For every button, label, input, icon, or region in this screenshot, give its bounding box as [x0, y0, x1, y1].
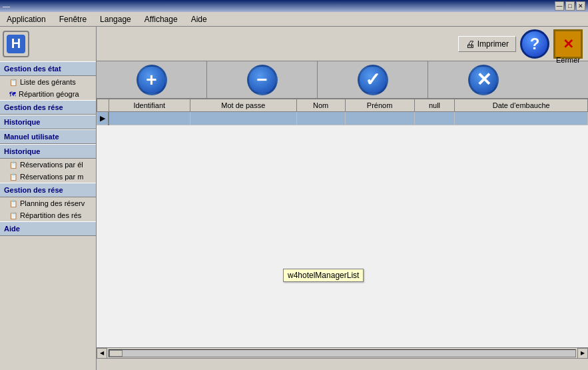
row-selector-header	[97, 99, 109, 112]
print-button[interactable]: 🖨 Imprimer	[458, 36, 516, 52]
scrollbar-track[interactable]	[109, 349, 576, 357]
content-area: 🖨 Imprimer ? ✕ Eermer +	[97, 27, 588, 370]
sidebar-section-gestion-rese2[interactable]: Gestion des rése	[0, 183, 96, 197]
close-label: Eermer	[553, 56, 583, 64]
scrollbar-thumb[interactable]	[109, 350, 123, 357]
confirm-btn-cell: ✓	[318, 61, 428, 98]
top-right-buttons: 🖨 Imprimer ? ✕	[458, 29, 583, 59]
sidebar-section-aide[interactable]: Aide	[0, 221, 96, 236]
sidebar-section-historique2[interactable]: Historique	[0, 144, 96, 159]
cell-nom	[296, 112, 345, 125]
title-text: —	[3, 2, 10, 10]
menu-application[interactable]: Application	[3, 13, 50, 25]
sidebar-item-liste-gerants[interactable]: 📋 Liste des gérants	[0, 76, 96, 88]
add-btn-cell: +	[97, 61, 207, 98]
close-icon: ✕	[563, 36, 574, 52]
cell-prenom	[345, 112, 414, 125]
svg-text:H: H	[11, 36, 21, 51]
sidebar: H Gestion des état 📋 Liste des gérants 🗺…	[0, 27, 97, 370]
menu-aide[interactable]: Aide	[187, 13, 211, 25]
remove-button[interactable]: −	[247, 65, 278, 95]
action-close-button[interactable]: ✕	[468, 65, 499, 95]
maximize-button[interactable]: □	[565, 1, 575, 11]
col-prenom: Prénom	[345, 99, 414, 112]
confirm-button[interactable]: ✓	[358, 65, 388, 95]
table-row[interactable]: ▶	[97, 112, 588, 125]
sidebar-item-repartition-geo[interactable]: 🗺 Répartition géogra	[0, 88, 96, 100]
status-bar	[97, 358, 588, 370]
title-bar: — — □ ✕	[0, 0, 588, 12]
data-table: Identifiant Mot de passe Nom Prénom null…	[97, 99, 588, 125]
scroll-right-button[interactable]: ▶	[577, 348, 588, 359]
sidebar-item-reservations-el[interactable]: 📋 Réservations par él	[0, 159, 96, 171]
bottom-scrollbar[interactable]: ◀ ▶	[97, 347, 588, 358]
col-nom: Nom	[296, 99, 345, 112]
tooltip: w4hotelManagerList	[283, 269, 364, 282]
sidebar-item-repartition-res[interactable]: 📋 Répartition des rés	[0, 209, 96, 221]
menu-langage[interactable]: Langage	[96, 13, 135, 25]
menu-affichage[interactable]: Affichage	[141, 13, 182, 25]
menu-bar: Application Fenêtre Langage Affichage Ai…	[0, 12, 588, 27]
close-action-btn-cell: ✕	[428, 61, 539, 98]
menu-fenetre[interactable]: Fenêtre	[55, 13, 91, 25]
sidebar-section-historique1[interactable]: Historique	[0, 115, 96, 129]
main-layout: H Gestion des état 📋 Liste des gérants 🗺…	[0, 27, 588, 370]
data-table-container[interactable]: Identifiant Mot de passe Nom Prénom null…	[97, 99, 588, 347]
add-button[interactable]: +	[137, 65, 167, 95]
top-toolbar: 🖨 Imprimer ? ✕	[97, 27, 588, 61]
row-arrow: ▶	[97, 112, 109, 125]
list-icon: 📋	[9, 79, 17, 86]
sidebar-item-planning[interactable]: 📋 Planning des réserv	[0, 197, 96, 209]
remove-btn-cell: −	[207, 61, 318, 98]
app-icon: H	[3, 31, 29, 57]
cell-null	[414, 112, 455, 125]
close-button[interactable]: ✕	[553, 29, 583, 59]
help-button[interactable]: ?	[520, 29, 549, 59]
cell-date-embauche	[455, 112, 588, 125]
scroll-left-button[interactable]: ◀	[97, 348, 107, 359]
sidebar-section-manuel[interactable]: Manuel utilisate	[0, 129, 96, 144]
col-mot-de-passe: Mot de passe	[190, 99, 297, 112]
cell-identifiant	[109, 112, 190, 125]
list-icon-5: 📋	[9, 212, 17, 219]
list-icon-3: 📋	[9, 173, 17, 181]
sidebar-section-gestion-rese[interactable]: Gestion des rése	[0, 100, 96, 115]
title-bar-buttons: — □ ✕	[555, 1, 585, 11]
col-null: null	[414, 99, 455, 112]
action-buttons-row: + − ✓ ✕	[97, 61, 588, 99]
list-icon-4: 📋	[9, 200, 17, 207]
map-icon: 🗺	[9, 91, 16, 98]
sidebar-item-reservations-m[interactable]: 📋 Réservations par m	[0, 171, 96, 183]
printer-icon: 🖨	[465, 39, 475, 49]
app-icon-area: H	[0, 27, 96, 61]
col-date-embauche: Date d'embauche	[455, 99, 588, 112]
cell-mot-de-passe	[190, 112, 297, 125]
minimize-button[interactable]: —	[555, 1, 564, 11]
list-icon-2: 📋	[9, 161, 17, 169]
sidebar-section-gestion-etat[interactable]: Gestion des état	[0, 61, 96, 76]
close-window-button[interactable]: ✕	[576, 1, 585, 11]
col-identifiant: Identifiant	[109, 99, 190, 112]
